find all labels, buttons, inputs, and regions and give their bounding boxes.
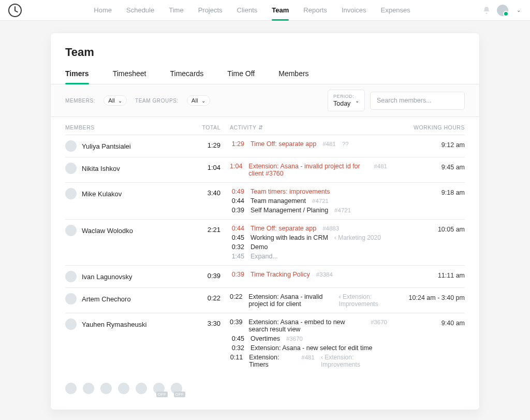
activity-breadcrumb: Marketing 2020 <box>334 234 381 241</box>
filters-bar: MEMBERS: All ⌄ TEAM GROUPS: All ⌄ PERIOD… <box>51 84 479 117</box>
activity-tag: #3670 <box>286 336 303 342</box>
activity-tag: #4721 <box>334 207 351 213</box>
working-hours: 9:12 am <box>387 140 465 149</box>
footer-avatar[interactable] <box>118 383 129 394</box>
tab-timecards[interactable]: Timecards <box>170 63 204 84</box>
table-header: MEMBERS TOTAL ACTIVITY⇵ WORKING HOURS <box>51 117 479 135</box>
nav-schedule[interactable]: Schedule <box>126 0 154 20</box>
activity-tag: #4883 <box>322 225 339 231</box>
footer-avatar[interactable] <box>136 383 147 394</box>
activity-time: 1:04 <box>230 163 242 170</box>
col-members: MEMBERS <box>65 124 183 131</box>
activity-item[interactable]: 0:32Extension: Asana - new select for ed… <box>230 344 387 352</box>
tab-time-off[interactable]: Time Off <box>227 63 255 84</box>
member-avatar[interactable] <box>65 140 77 152</box>
activity-item[interactable]: 0:45Overtimes#3670 <box>230 335 387 342</box>
activity-tag: #481 <box>322 141 336 147</box>
footer-avatar[interactable] <box>83 383 94 394</box>
nav-projects[interactable]: Projects <box>198 0 223 20</box>
tab-timers[interactable]: Timers <box>65 63 89 84</box>
sort-icon: ⇵ <box>258 124 263 131</box>
member-avatar[interactable] <box>65 163 77 174</box>
activity-title: Working with leads in CRM <box>251 234 328 241</box>
table-row: Nikita Ishkov1:041:04Extension: Asana - … <box>65 157 465 182</box>
chevron-down-icon[interactable]: ⌄ <box>517 7 521 13</box>
activity-time: 0:49 <box>230 188 244 195</box>
member-name[interactable]: Yauhen Rymasheuski <box>82 321 147 328</box>
tab-timesheet[interactable]: Timesheet <box>113 63 146 84</box>
activity-title: Team timers: improvements <box>251 188 330 195</box>
activity-item[interactable]: 1:04Extension: Asana - invalid project i… <box>230 163 387 177</box>
activity-breadcrumb: Extension: Improvements <box>339 293 387 308</box>
activity-title: Self Management / Planing <box>251 207 328 214</box>
activity-extra: ?? <box>342 141 349 147</box>
col-total: TOTAL <box>183 124 220 131</box>
col-activity[interactable]: ACTIVITY⇵ <box>220 124 387 131</box>
nav-team[interactable]: Team <box>272 0 289 20</box>
member-total: 1:04 <box>183 163 220 171</box>
member-avatar[interactable] <box>65 188 77 199</box>
activity-item[interactable]: 0:44Time Off: separate app#4883 <box>230 225 387 232</box>
member-name[interactable]: Nikita Ishkov <box>82 165 120 172</box>
nav-expenses[interactable]: Expenses <box>381 0 410 20</box>
working-hours: 9:45 am <box>387 163 465 171</box>
nav-invoices[interactable]: Invoices <box>342 0 366 20</box>
member-name[interactable]: Waclaw Wolodko <box>82 227 133 235</box>
activity-time: 1:29 <box>230 140 244 148</box>
member-name[interactable]: Ivan Lagunovsky <box>82 273 132 281</box>
member-total: 0:22 <box>183 293 220 302</box>
activity-item[interactable]: 0:45Working with leads in CRMMarketing 2… <box>230 234 387 241</box>
nav-clients[interactable]: Clients <box>237 0 258 20</box>
activity-item[interactable]: 0:39Extension: Asana - embed to new sear… <box>230 318 387 333</box>
table-row: Yauhen Rymasheuski3:300:39Extension: Asa… <box>65 313 465 373</box>
member-total: 3:40 <box>183 188 220 197</box>
activity-item[interactable]: 0:39Time Tracking Policy#3384 <box>230 271 387 278</box>
activity-title: Time Off: separate app <box>251 225 316 232</box>
working-hours: 9:18 am <box>387 188 465 196</box>
footer-avatar[interactable]: OFF <box>171 383 182 394</box>
filter-members-chip[interactable]: All ⌄ <box>104 95 127 106</box>
member-avatar[interactable] <box>65 293 77 305</box>
filter-teamgroups-chip[interactable]: All ⌄ <box>187 95 210 106</box>
activity-item[interactable]: 0:11Extension: Timers#481Extension: Impr… <box>230 354 387 368</box>
activity-title: Time Off: separate app <box>251 140 316 148</box>
activity-item[interactable]: 0:49Team timers: improvements <box>230 188 387 195</box>
activity-expand[interactable]: 1:45Expand... <box>230 253 387 260</box>
app-logo-icon <box>8 4 22 17</box>
member-avatar[interactable] <box>65 271 77 282</box>
activity-item[interactable]: 0:39Self Management / Planing#4721 <box>230 207 387 214</box>
tab-members[interactable]: Members <box>278 63 308 84</box>
search-input-wrap[interactable] <box>370 92 465 110</box>
activity-item[interactable]: 0:32Demo <box>230 243 387 251</box>
activity-time: 0:39 <box>230 271 244 278</box>
member-name[interactable]: Artem Chechoro <box>82 295 131 303</box>
table-row: Artem Chechoro0:220:22Extension: Asana -… <box>65 287 465 313</box>
period-select[interactable]: PERIOD: Today ⌄ <box>328 90 365 111</box>
activity-title: Extension: Asana - embed to new search r… <box>248 318 364 333</box>
activity-item[interactable]: 1:29Time Off: separate app#481?? <box>230 140 387 148</box>
nav-time[interactable]: Time <box>169 0 183 20</box>
nav-home[interactable]: Home <box>94 0 112 20</box>
activity-time: 1:45 <box>230 253 244 260</box>
activity-tag: #481 <box>374 163 387 169</box>
user-avatar[interactable] <box>497 5 508 16</box>
member-total: 3:30 <box>183 318 220 327</box>
member-name[interactable]: Yuliya Pantsialei <box>82 142 131 150</box>
search-input[interactable] <box>376 96 459 105</box>
member-avatar[interactable] <box>65 225 77 236</box>
activity-title: Extension: Asana - invalid project id fo… <box>248 163 367 177</box>
working-hours: 10:24 am - 3:40 pm <box>387 293 465 301</box>
footer-avatar[interactable]: OFF <box>153 383 165 394</box>
activity-tag: #481 <box>301 354 315 360</box>
nav-reports[interactable]: Reports <box>303 0 327 20</box>
member-avatar[interactable] <box>65 318 77 330</box>
activity-item[interactable]: 0:44Team management#4721 <box>230 197 387 205</box>
col-hours: WORKING HOURS <box>387 124 465 131</box>
activity-title: Extension: Timers <box>249 354 295 368</box>
member-name[interactable]: Mike Kulakov <box>82 190 122 198</box>
footer-avatar[interactable] <box>65 383 77 394</box>
footer-avatar[interactable] <box>100 383 112 394</box>
activity-time: 0:44 <box>230 225 244 232</box>
activity-item[interactable]: 0:22Extension: Asana - invalid project i… <box>230 293 387 308</box>
notifications-icon[interactable] <box>482 6 491 15</box>
